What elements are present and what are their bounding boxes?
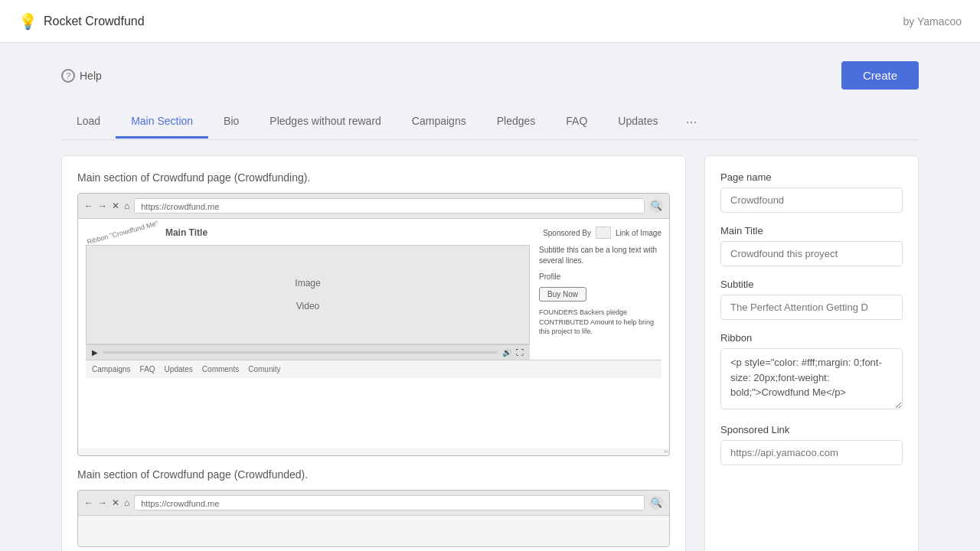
mock-tab-faq[interactable]: FAQ [140,365,155,373]
mock-sponsor-image [596,227,611,239]
help-row: ? Help Create [61,61,919,90]
subtitle-label: Subtitle [720,279,903,290]
mock-media-box: Image Video [86,245,530,344]
sponsored-link-input[interactable] [720,440,903,465]
left-panel: Main section of Crowdfund page (Crowdfun… [61,155,686,551]
close-icon[interactable]: ✕ [112,201,119,211]
content-area: Main section of Crowdfund page (Crowdfun… [61,155,919,551]
logo-text: Rocket Crowdfund [44,15,145,28]
mock-main-title: Main Title [165,227,207,238]
tab-pledges[interactable]: Pledges [482,106,551,139]
back-icon[interactable]: ← [84,201,93,211]
sponsored-link-label: Sponsored Link [720,424,903,435]
browser-toolbar-1: ← → ✕ ⌂ https://crowdfund.me 🔍 [78,194,669,219]
app-header: 💡 Rocket Crowdfund by Yamacoo [0,0,980,43]
tab-faq[interactable]: FAQ [550,106,603,139]
mock-body: Image Video ▶ 🔊 ⛶ Subtitle this c [86,245,662,360]
page-name-input[interactable] [720,187,903,213]
mock-tab-campaigns[interactable]: Campaigns [92,365,131,373]
mock-profile: Profile [539,272,662,281]
main-title-field: Main Title [720,225,903,266]
browser-content-1: Ribbon "Crowdfund Me" Main Title Sponsor… [78,219,669,448]
create-button[interactable]: Create [841,61,919,90]
home-icon-2[interactable]: ⌂ [124,497,129,508]
mock-video-label: Video [296,301,319,311]
mock-tab-updates[interactable]: Updates [165,365,193,373]
logo-icon: 💡 [18,12,38,31]
tab-pledges-without-reward[interactable]: Pledges without reward [254,106,397,139]
by-text: by Yamacoo [903,15,962,28]
mock-subtitle: Subtitle this can be a long text with se… [539,245,662,266]
help-button[interactable]: ? Help [61,69,102,83]
browser-mockup-2: ← → ✕ ⌂ https://crowdfund.me 🔍 [77,490,670,547]
help-icon: ? [61,69,75,83]
mock-sponsored-by-label: Sponsored By [543,229,591,237]
tab-campaigns[interactable]: Campaigns [397,106,482,139]
main-wrapper: ? Help Create Load Main Section Bio Pled… [0,43,980,551]
main-title-input[interactable] [720,241,903,266]
section-label-2: Main section of Crowdfund page (Crowdfun… [77,468,670,481]
ribbon-label: Ribbon [720,332,903,344]
forward-icon[interactable]: → [98,201,107,211]
right-panel: Page name Main Title Subtitle Ribbon Spo… [704,155,919,551]
url-bar-2[interactable]: https://crowdfund.me [134,495,645,510]
volume-icon[interactable]: 🔊 [502,348,511,357]
mock-ribbon: Ribbon "Crowdfund Me" [86,220,158,246]
back-icon-2[interactable]: ← [84,497,93,508]
mock-sponsor: Sponsored By Link of Image [543,227,662,239]
close-icon-2[interactable]: ✕ [112,497,119,508]
fullscreen-icon[interactable]: ⛶ [516,348,524,357]
mock-image-label: Image [295,278,320,289]
ribbon-textarea[interactable] [720,348,903,409]
mock-video-bar: ▶ 🔊 ⛶ [86,344,530,360]
mock-buy-button[interactable]: Buy Now [539,287,586,302]
subtitle-input[interactable] [720,295,903,320]
tab-load[interactable]: Load [61,106,116,139]
browser-mockup-1: ← → ✕ ⌂ https://crowdfund.me 🔍 Ribbon "C… [77,193,670,456]
tab-bio[interactable]: Bio [208,106,254,139]
browser-toolbar-2: ← → ✕ ⌂ https://crowdfund.me 🔍 [78,491,669,516]
mock-tab-comunity[interactable]: Comunity [248,365,280,373]
mock-left-col: Image Video ▶ 🔊 ⛶ [86,245,530,360]
help-label: Help [80,70,102,82]
main-title-label: Main Title [720,225,903,236]
forward-icon-2[interactable]: → [98,497,107,508]
tab-main-section[interactable]: Main Section [116,106,208,139]
mock-header-1: Ribbon "Crowdfund Me" Main Title Sponsor… [86,227,662,239]
subtitle-field: Subtitle [720,279,903,320]
mock-tab-comments[interactable]: Comments [202,365,239,373]
mock-corner: ✏ [78,448,669,455]
home-icon[interactable]: ⌂ [124,201,129,211]
mock-right-col: Subtitle this can be a long text with se… [539,245,662,360]
sponsored-link-field: Sponsored Link [720,424,903,465]
play-icon[interactable]: ▶ [92,348,98,357]
search-icon-2[interactable]: 🔍 [649,496,663,510]
browser-content-2-partial [78,516,669,546]
ribbon-field: Ribbon [720,332,903,412]
search-icon[interactable]: 🔍 [649,199,663,213]
logo: 💡 Rocket Crowdfund [18,12,145,31]
mock-progress-bar [103,351,498,354]
mock-link-of-image: Link of Image [616,229,662,237]
page-name-label: Page name [720,171,903,183]
tab-updates[interactable]: Updates [603,106,673,139]
tabs-more-button[interactable]: ··· [673,105,709,139]
mock-founders: FOUNDERS Backers pledge CONTRIBUTED Amou… [539,308,662,337]
mock-footer-tabs: Campaigns FAQ Updates Comments Comunity [86,360,662,378]
section-label-1: Main section of Crowdfund page (Crowdfun… [77,171,670,184]
tabs-bar: Load Main Section Bio Pledges without re… [61,105,919,140]
page-name-field: Page name [720,171,903,213]
url-bar-1[interactable]: https://crowdfund.me [134,198,645,214]
